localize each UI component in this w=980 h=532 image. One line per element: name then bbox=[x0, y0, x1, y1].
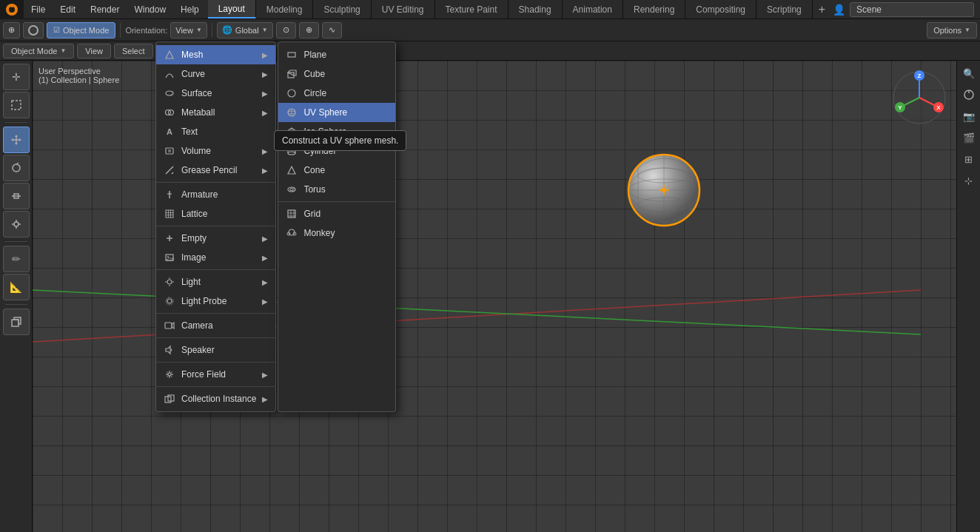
light-icon bbox=[164, 276, 175, 288]
svg-rect-3 bbox=[12, 101, 21, 110]
mesh-submenu-panel: Plane Cube Circle UV Spher bbox=[278, 41, 396, 412]
plane-label: Plane bbox=[303, 50, 388, 60]
menu-item-text[interactable]: A Text bbox=[156, 122, 275, 141]
proportional-connected-icon: ⊕ bbox=[306, 25, 312, 35]
menu-item-collection-instance[interactable]: Collection Instance ▶ bbox=[156, 389, 275, 408]
menu-sep-7 bbox=[156, 386, 275, 387]
proportional-shape-icon: ∿ bbox=[329, 25, 335, 35]
menu-item-surface[interactable]: Surface ▶ bbox=[156, 84, 275, 103]
orientation-dropdown[interactable]: View ▼ bbox=[170, 22, 207, 38]
menu-item-lattice[interactable]: Lattice bbox=[156, 204, 275, 223]
axes-widget[interactable]: Z X Y bbox=[890, 68, 949, 127]
menu-item-empty[interactable]: Empty ▶ bbox=[156, 229, 275, 248]
add-workspace-tab[interactable]: + bbox=[813, 3, 831, 16]
options-btn[interactable]: Options ▼ bbox=[927, 22, 977, 38]
light-probe-icon bbox=[164, 295, 175, 307]
object-mode-dropdown[interactable]: Object Mode ▼ bbox=[3, 44, 74, 58]
menu-sep-3 bbox=[156, 269, 275, 270]
main-area: ✛ bbox=[0, 61, 980, 532]
mesh-item-plane[interactable]: Plane bbox=[278, 45, 395, 64]
menu-item-mesh[interactable]: Mesh ▶ bbox=[156, 45, 275, 64]
mesh-item-cylinder[interactable]: Cylinder bbox=[278, 141, 395, 161]
proportional-shape-btn[interactable]: ∿ bbox=[322, 22, 342, 38]
rotate-tool[interactable] bbox=[3, 155, 30, 181]
transform-tool[interactable] bbox=[3, 211, 30, 238]
viewport-shading-dropdown[interactable]: ⊕ bbox=[3, 22, 20, 38]
tool-sep-2 bbox=[5, 241, 27, 242]
mesh-label: Mesh bbox=[181, 50, 256, 60]
menu-item-speaker[interactable]: Speaker bbox=[156, 340, 275, 360]
fly-gizmo[interactable] bbox=[959, 85, 979, 104]
menu-item-force-field[interactable]: Force Field ▶ bbox=[156, 365, 275, 384]
menu-item-image[interactable]: Image ▶ bbox=[156, 248, 275, 267]
mesh-item-torus[interactable]: Torus bbox=[278, 180, 395, 199]
mesh-item-monkey[interactable]: Monkey bbox=[278, 223, 395, 243]
move-tool[interactable] bbox=[3, 127, 30, 153]
image-label: Image bbox=[181, 252, 256, 263]
proportional-connected-btn[interactable]: ⊕ bbox=[299, 22, 319, 38]
ico-sphere-label: Ico Sphere bbox=[303, 127, 388, 137]
svg-rect-54 bbox=[166, 148, 173, 154]
view-label: View bbox=[85, 47, 103, 55]
light-probe-arrow: ▶ bbox=[262, 297, 268, 306]
tab-shading[interactable]: Shading bbox=[509, 0, 563, 18]
annotate-tool[interactable]: ✏ bbox=[3, 246, 30, 272]
mesh-item-grid[interactable]: Grid bbox=[278, 204, 395, 223]
add-cube-tool[interactable] bbox=[3, 309, 30, 335]
tab-compositing[interactable]: Compositing bbox=[685, 0, 756, 18]
snap-global-label: Global bbox=[235, 26, 259, 35]
menu-item-camera[interactable]: Camera bbox=[156, 316, 275, 335]
menu-item-curve[interactable]: Curve ▶ bbox=[156, 64, 275, 84]
menu-item-light-probe[interactable]: Light Probe ▶ bbox=[156, 292, 275, 311]
camera-gizmo[interactable]: 📷 bbox=[959, 107, 979, 126]
tab-animation[interactable]: Animation bbox=[563, 0, 623, 18]
tab-modeling[interactable]: Modeling bbox=[256, 0, 314, 18]
tab-rendering[interactable]: Rendering bbox=[623, 0, 685, 18]
svg-line-88 bbox=[171, 372, 172, 374]
menu-item-metaball[interactable]: Metaball ▶ bbox=[156, 103, 275, 122]
scale-tool[interactable] bbox=[3, 183, 30, 209]
user-icon[interactable]: 👤 bbox=[833, 4, 845, 16]
menu-window[interactable]: Window bbox=[127, 0, 173, 18]
curve-icon bbox=[164, 68, 175, 80]
menu-edit[interactable]: Edit bbox=[53, 0, 83, 18]
mesh-item-circle[interactable]: Circle bbox=[278, 84, 395, 103]
tab-layout[interactable]: Layout bbox=[208, 0, 256, 18]
force-field-arrow: ▶ bbox=[262, 371, 268, 379]
menu-help[interactable]: Help bbox=[173, 0, 207, 18]
view-menu[interactable]: View bbox=[77, 44, 111, 58]
menu-item-volume[interactable]: Volume ▶ bbox=[156, 141, 275, 161]
tab-uv-editing[interactable]: UV Editing bbox=[372, 0, 435, 18]
proportional-btn[interactable]: ⊙ bbox=[276, 22, 296, 38]
orient-gizmo[interactable]: ⊹ bbox=[959, 171, 979, 190]
proportional-icon: ⊙ bbox=[283, 25, 289, 35]
select-box-tool[interactable] bbox=[3, 92, 30, 118]
menu-item-light[interactable]: Light ▶ bbox=[156, 272, 275, 292]
armature-label: Armature bbox=[181, 189, 268, 200]
tab-sculpting[interactable]: Sculpting bbox=[313, 0, 371, 18]
sphere-object bbox=[623, 149, 705, 231]
measure-tool[interactable]: 📐 bbox=[3, 274, 30, 300]
surface-project-label: Object Mode bbox=[63, 26, 109, 35]
menu-sep-2 bbox=[156, 226, 275, 226]
mesh-item-ico-sphere[interactable]: Ico Sphere bbox=[278, 122, 395, 141]
tab-scripting[interactable]: Scripting bbox=[756, 0, 813, 18]
snap-icon[interactable] bbox=[23, 22, 44, 38]
select-menu[interactable]: Select bbox=[114, 44, 153, 58]
snap-global-dropdown[interactable]: 🌐 Global ▼ bbox=[217, 22, 273, 38]
mesh-item-cube[interactable]: Cube bbox=[278, 64, 395, 84]
scene-selector[interactable] bbox=[850, 2, 974, 17]
render-gizmo[interactable]: 🎬 bbox=[959, 128, 979, 147]
torus-label: Torus bbox=[303, 184, 388, 195]
menu-item-armature[interactable]: Armature bbox=[156, 185, 275, 204]
mesh-item-uv-sphere[interactable]: UV Sphere bbox=[278, 103, 395, 122]
cursor-tool[interactable]: ✛ bbox=[3, 64, 30, 90]
menu-item-grease-pencil[interactable]: Grease Pencil ▶ bbox=[156, 161, 275, 180]
menu-file[interactable]: File bbox=[24, 0, 53, 18]
menu-render[interactable]: Render bbox=[83, 0, 127, 18]
surface-project-btn[interactable]: ☑ Object Mode bbox=[47, 22, 115, 38]
tab-texture-paint[interactable]: Texture Paint bbox=[435, 0, 509, 18]
mesh-item-cone[interactable]: Cone bbox=[278, 161, 395, 180]
zoom-in-gizmo[interactable]: 🔍 bbox=[959, 64, 979, 83]
snap-gizmo[interactable]: ⊞ bbox=[959, 149, 979, 169]
